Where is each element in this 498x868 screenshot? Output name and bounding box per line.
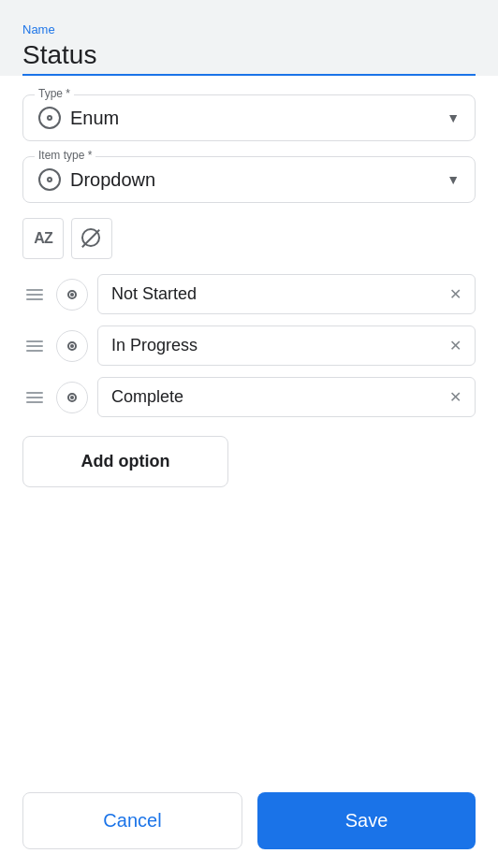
option-color-btn-1[interactable]: [56, 330, 88, 362]
option-clear-btn-1[interactable]: ✕: [449, 337, 461, 354]
drag-line: [26, 392, 43, 394]
toolbar: AZ: [22, 218, 476, 259]
type-field-row: Enum ▼: [38, 107, 460, 129]
option-row-2: Complete ✕: [22, 377, 476, 417]
type-circle-dot: [47, 115, 52, 121]
drag-line: [26, 350, 43, 352]
option-text-1: In Progress: [111, 336, 198, 355]
drag-handle-0[interactable]: [22, 285, 47, 304]
option-color-btn-0[interactable]: [56, 279, 88, 311]
drag-line: [26, 345, 43, 347]
drag-line: [26, 397, 43, 398]
drag-handle-1[interactable]: [22, 337, 47, 355]
main-card: Name Type * Enum ▼ Item type *: [0, 0, 498, 868]
option-input-wrapper-0: Not Started ✕: [97, 274, 476, 314]
sort-az-button[interactable]: AZ: [22, 218, 64, 259]
drag-handle-2[interactable]: [22, 388, 47, 407]
item-type-dropdown-arrow[interactable]: ▼: [447, 172, 460, 187]
no-color-button[interactable]: [71, 218, 112, 259]
option-circle-dot-2: [70, 396, 74, 399]
bottom-row: Cancel Save: [22, 792, 476, 849]
no-color-icon: [81, 228, 102, 249]
option-circle-inner-2: [67, 393, 77, 402]
option-input-wrapper-1: In Progress ✕: [97, 326, 476, 366]
name-input-wrapper: [22, 40, 476, 76]
drag-line: [26, 289, 43, 291]
option-circle-dot-1: [70, 344, 74, 348]
type-value: Enum: [70, 108, 437, 129]
option-text-2: Complete: [111, 387, 183, 407]
az-icon: AZ: [34, 230, 51, 247]
type-dropdown-arrow[interactable]: ▼: [447, 110, 460, 125]
option-row-1: In Progress ✕: [22, 326, 476, 366]
save-button[interactable]: Save: [257, 792, 476, 849]
type-circle-icon: [38, 107, 61, 129]
option-input-wrapper-2: Complete ✕: [97, 377, 476, 417]
option-clear-btn-0[interactable]: ✕: [449, 285, 461, 303]
item-type-field-group: Item type * Dropdown ▼: [22, 156, 476, 203]
type-label: Type *: [35, 87, 74, 100]
drag-line: [26, 401, 43, 403]
drag-line: [26, 298, 43, 300]
item-type-circle-dot: [47, 177, 52, 182]
drag-line: [26, 340, 43, 342]
option-clear-btn-2[interactable]: ✕: [449, 388, 461, 406]
item-type-field-row: Dropdown ▼: [38, 168, 460, 191]
main-content: Type * Enum ▼ Item type * Dropdown ▼: [0, 76, 498, 868]
option-row-0: Not Started ✕: [22, 274, 476, 314]
option-text-0: Not Started: [111, 284, 197, 304]
drag-line: [26, 294, 43, 296]
option-circle-dot-0: [70, 293, 74, 297]
option-circle-inner-1: [67, 341, 77, 351]
add-option-button[interactable]: Add option: [22, 436, 228, 487]
name-section: Name: [0, 0, 498, 76]
item-type-circle-icon: [38, 168, 61, 191]
option-color-btn-2[interactable]: [56, 382, 88, 413]
option-circle-inner-0: [67, 290, 77, 299]
item-type-value: Dropdown: [70, 169, 437, 191]
name-input[interactable]: [22, 40, 476, 70]
type-field-group: Type * Enum ▼: [22, 94, 476, 141]
name-label: Name: [22, 22, 476, 36]
options-list: Not Started ✕ In Progress: [22, 274, 476, 417]
item-type-label: Item type *: [35, 149, 95, 162]
cancel-button[interactable]: Cancel: [22, 792, 242, 849]
